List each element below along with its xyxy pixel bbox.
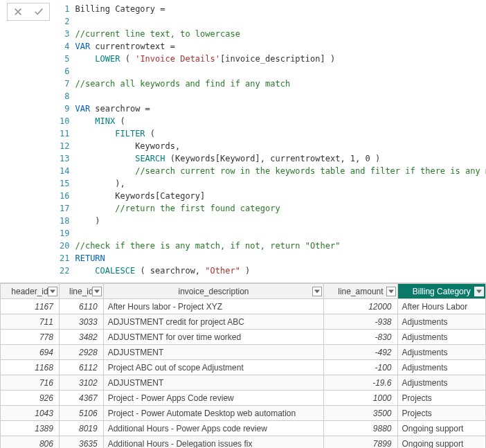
chevron-down-icon — [388, 289, 394, 294]
table-header-row: header_idline_idinvoice_descriptionline_… — [1, 284, 486, 299]
column-header-label: line_amount — [338, 287, 383, 296]
cell-invoice_description: ADJUSTMENT — [103, 375, 324, 391]
column-header-invoice_description[interactable]: invoice_description — [103, 284, 324, 299]
cell-line_amount: 9880 — [324, 421, 397, 436]
cell-billing_category: Projects — [397, 406, 485, 421]
cell-invoice_description: ADJUSTMENT credit for project ABC — [103, 314, 324, 330]
formula-code[interactable]: Billing Category = //current line text, … — [75, 3, 486, 277]
cell-line_id: 5106 — [59, 406, 103, 421]
cell-header_id: 1167 — [1, 299, 60, 314]
data-preview-table: header_idline_idinvoice_descriptionline_… — [0, 283, 486, 448]
column-header-billing_category[interactable]: Billing Category — [397, 284, 485, 299]
cell-billing_category: After Hours Labor — [397, 299, 485, 314]
formula-bar-region: 1 2 3 4 5 6 7 8 9 10 11 12 13 14 15 16 1… — [0, 0, 486, 283]
cell-line_id: 6112 — [59, 360, 103, 375]
column-header-label: Billing Category — [413, 287, 471, 296]
formula-action-buttons — [7, 3, 50, 21]
cell-invoice_description: Project ABC out of scope Adjustment — [103, 360, 324, 375]
cell-header_id: 778 — [1, 330, 60, 345]
chevron-down-icon — [50, 289, 55, 294]
cell-line_amount: 3500 — [324, 406, 397, 421]
cell-invoice_description: Additional Hours - Delegation issues fix — [103, 436, 324, 449]
cell-billing_category: Adjustments — [397, 375, 485, 391]
cell-header_id: 806 — [1, 436, 60, 449]
table-row[interactable]: 9264367Project - Power Apps Code review1… — [1, 391, 486, 406]
chevron-down-icon — [476, 289, 482, 294]
cell-line_id: 3102 — [59, 375, 103, 391]
column-header-label: line_id — [69, 287, 93, 296]
table-row[interactable]: 11676110After Hours labor - Project XYZ1… — [1, 299, 486, 314]
column-header-label: header_id — [11, 287, 48, 296]
table-row[interactable]: 8063635Additional Hours - Delegation iss… — [1, 436, 486, 449]
cell-line_amount: -830 — [324, 330, 397, 345]
cell-billing_category: Projects — [397, 391, 485, 406]
cell-billing_category: Adjustments — [397, 345, 485, 360]
check-icon — [34, 7, 44, 17]
table-row[interactable]: 13898019Additional Hours - Power Apps co… — [1, 421, 486, 436]
cell-line_id: 3635 — [59, 436, 103, 449]
cell-invoice_description: Additional Hours - Power Apps code revie… — [103, 421, 324, 436]
cell-line_id: 8019 — [59, 421, 103, 436]
cell-billing_category: Ongoing support — [397, 436, 485, 449]
cell-line_amount: -100 — [324, 360, 397, 375]
cell-line_amount: 12000 — [324, 299, 397, 314]
filter-dropdown-button[interactable] — [386, 287, 396, 296]
column-header-label: invoice_description — [178, 287, 249, 296]
cell-billing_category: Ongoing support — [397, 421, 485, 436]
cell-invoice_description: ADJUSTMENT — [103, 345, 324, 360]
table-row[interactable]: 7783482ADJUSTMENT for over time worked-8… — [1, 330, 486, 345]
filter-dropdown-button[interactable] — [92, 287, 102, 296]
cell-line_id: 3033 — [59, 314, 103, 330]
cell-billing_category: Adjustments — [397, 314, 485, 330]
cell-header_id: 716 — [1, 375, 60, 391]
filter-dropdown-button[interactable] — [474, 287, 484, 296]
cell-billing_category: Adjustments — [397, 330, 485, 345]
cell-billing_category: Adjustments — [397, 360, 485, 375]
table-row[interactable]: 6942928ADJUSTMENT-492Adjustments — [1, 345, 486, 360]
cell-line_id: 2928 — [59, 345, 103, 360]
cell-line_amount: 1000 — [324, 391, 397, 406]
cell-header_id: 1043 — [1, 406, 60, 421]
chevron-down-icon — [94, 289, 100, 294]
filter-dropdown-button[interactable] — [48, 287, 57, 296]
cell-line_amount: -492 — [324, 345, 397, 360]
formula-editor[interactable]: 1 2 3 4 5 6 7 8 9 10 11 12 13 14 15 16 1… — [50, 0, 486, 283]
column-header-header_id[interactable]: header_id — [1, 284, 60, 299]
cell-line_id: 3482 — [59, 330, 103, 345]
cell-line_amount: 7899 — [324, 436, 397, 449]
table-row[interactable]: 11686112Project ABC out of scope Adjustm… — [1, 360, 486, 375]
cell-invoice_description: ADJUSTMENT for over time worked — [103, 330, 324, 345]
cell-header_id: 926 — [1, 391, 60, 406]
cell-invoice_description: Project - Power Apps Code review — [103, 391, 324, 406]
table-row[interactable]: 7113033ADJUSTMENT credit for project ABC… — [1, 314, 486, 330]
cell-header_id: 711 — [1, 314, 60, 330]
table-row[interactable]: 10435106Project - Power Automate Desktop… — [1, 406, 486, 421]
cell-header_id: 1168 — [1, 360, 60, 375]
column-header-line_amount[interactable]: line_amount — [324, 284, 397, 299]
cell-line_id: 4367 — [59, 391, 103, 406]
chevron-down-icon — [314, 289, 320, 294]
cell-invoice_description: Project - Power Automate Desktop web aut… — [103, 406, 324, 421]
cell-invoice_description: After Hours labor - Project XYZ — [103, 299, 324, 314]
filter-dropdown-button[interactable] — [312, 287, 322, 296]
column-header-line_id[interactable]: line_id — [59, 284, 103, 299]
cancel-button[interactable] — [8, 3, 28, 20]
commit-button[interactable] — [28, 3, 49, 20]
cell-line_amount: -938 — [324, 314, 397, 330]
close-icon — [13, 7, 23, 17]
cell-header_id: 694 — [1, 345, 60, 360]
cell-line_amount: -19.6 — [324, 375, 397, 391]
table-row[interactable]: 7163102ADJUSTMENT-19.6Adjustments — [1, 375, 486, 391]
cell-header_id: 1389 — [1, 421, 60, 436]
cell-line_id: 6110 — [59, 299, 103, 314]
line-number-gutter: 1 2 3 4 5 6 7 8 9 10 11 12 13 14 15 16 1… — [50, 3, 75, 277]
table-body: 11676110After Hours labor - Project XYZ1… — [1, 299, 486, 449]
